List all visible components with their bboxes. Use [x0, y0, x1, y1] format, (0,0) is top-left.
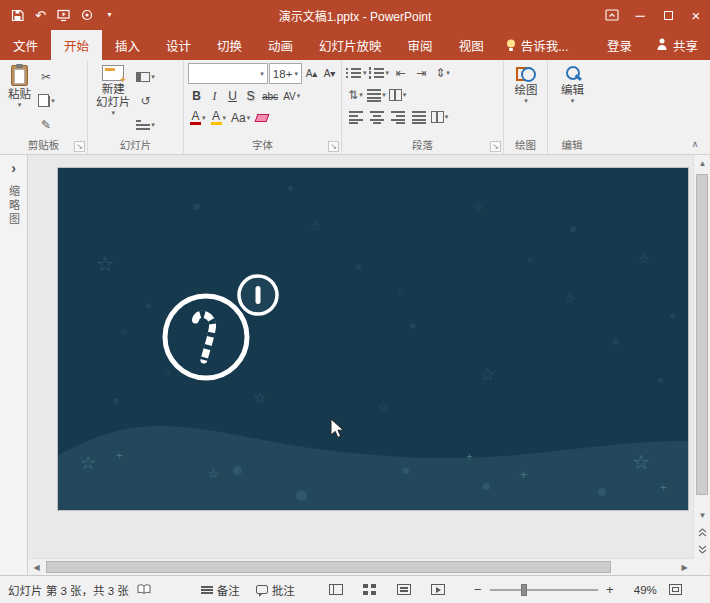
- slide-layout-button[interactable]: ▾: [135, 66, 157, 88]
- align-right-button[interactable]: [388, 107, 407, 127]
- undo-button[interactable]: ↶: [30, 3, 51, 27]
- snow-dot: [113, 398, 119, 404]
- tab-animations[interactable]: 动画: [255, 30, 306, 60]
- snow-dot: [356, 264, 361, 269]
- tab-transitions[interactable]: 切换: [204, 30, 255, 60]
- convert-smartart-button[interactable]: ▾: [430, 107, 449, 127]
- normal-view-button[interactable]: [325, 580, 347, 600]
- columns-button[interactable]: ▾: [388, 85, 407, 105]
- increase-indent-button[interactable]: ⇥: [412, 63, 431, 83]
- underline-button[interactable]: U: [224, 86, 241, 106]
- change-case-button[interactable]: Aa▾: [229, 108, 252, 128]
- magnifier-icon: [564, 65, 582, 82]
- tab-file[interactable]: 文件: [0, 30, 51, 60]
- font-dialog-launcher[interactable]: ↘: [328, 141, 339, 152]
- slide-sorter-view-button[interactable]: [359, 580, 381, 600]
- numbering-button[interactable]: ▾: [369, 63, 390, 83]
- maximize-button[interactable]: [654, 0, 682, 30]
- text-shadow-button[interactable]: S: [242, 86, 259, 106]
- thumbnail-pane-label[interactable]: 缩略图: [6, 185, 22, 227]
- font-name-combo[interactable]: ▾: [188, 63, 268, 84]
- expand-pane-icon[interactable]: ›: [11, 161, 16, 175]
- tab-insert[interactable]: 插入: [102, 30, 153, 60]
- font-row-2: B I U S abc AV▾: [188, 86, 338, 106]
- ribbon-tab-bar: 文件 开始 插入 设计 切换 动画 幻灯片放映 审阅 视图 告诉我... 登录 …: [0, 30, 710, 60]
- paragraph-dialog-launcher[interactable]: ↘: [490, 141, 501, 152]
- paste-button[interactable]: 粘贴 ▾: [4, 63, 35, 138]
- zoom-slider[interactable]: [490, 582, 598, 598]
- slide-counter[interactable]: 幻灯片 第 3 张，共 3 张: [8, 582, 129, 598]
- customize-quick-access-button[interactable]: ▾: [99, 3, 120, 27]
- circle-badge-graphic[interactable]: [239, 276, 277, 314]
- cut-button[interactable]: ✂: [35, 66, 57, 88]
- grow-font-button[interactable]: A▴: [303, 64, 320, 84]
- share-button[interactable]: 共享: [644, 30, 710, 60]
- justify-button[interactable]: [409, 107, 428, 127]
- touch-mode-button[interactable]: [76, 3, 97, 27]
- italic-button[interactable]: I: [206, 86, 223, 106]
- clipboard-dialog-launcher[interactable]: ↘: [74, 141, 85, 152]
- tab-review[interactable]: 审阅: [395, 30, 446, 60]
- bullets-button[interactable]: ▾: [346, 63, 367, 83]
- collapse-ribbon-button[interactable]: ∧: [685, 136, 705, 151]
- start-slideshow-button[interactable]: [53, 3, 74, 27]
- font-color-button[interactable]: A ▾: [188, 108, 208, 128]
- previous-slide-button[interactable]: [694, 524, 710, 541]
- save-button[interactable]: [7, 3, 28, 27]
- bold-button[interactable]: B: [188, 86, 205, 106]
- align-text-button[interactable]: ▾: [367, 85, 386, 105]
- scroll-up-button[interactable]: ▲: [694, 155, 710, 172]
- notes-button[interactable]: 备注: [201, 582, 240, 598]
- font-size-combo[interactable]: 18+ ▾: [269, 63, 302, 84]
- vertical-scroll-thumb[interactable]: [696, 174, 708, 495]
- format-painter-button[interactable]: ✎: [35, 114, 57, 136]
- tab-home[interactable]: 开始: [51, 30, 102, 60]
- tab-slideshow[interactable]: 幻灯片放映: [306, 30, 395, 60]
- horizontal-scroll-thumb[interactable]: [46, 561, 611, 573]
- comments-button[interactable]: 批注: [256, 582, 295, 598]
- close-button[interactable]: ×: [682, 0, 710, 30]
- reset-slide-button[interactable]: ↺: [135, 90, 157, 112]
- sign-in-button[interactable]: 登录: [595, 30, 644, 60]
- slide[interactable]: ☆ ☆ ☆ ☆ ☆ ☆ ☆ ☆ ☆ ☆ ☆ ☆ ☆ ☆ ☆: [58, 168, 688, 510]
- vertical-scrollbar[interactable]: ▲ ▼: [693, 155, 710, 558]
- editing-button[interactable]: 编辑 ▾: [552, 63, 593, 138]
- decrease-indent-button[interactable]: ⇤: [391, 63, 410, 83]
- new-slide-button[interactable]: 新建 幻灯片 ▾: [92, 63, 135, 138]
- next-slide-button[interactable]: [694, 541, 710, 558]
- zoom-out-button[interactable]: −: [471, 582, 485, 597]
- align-center-button[interactable]: [367, 107, 386, 127]
- shrink-font-button[interactable]: A▾: [321, 64, 338, 84]
- arrow-right-icon: ▶: [681, 563, 687, 572]
- zoom-in-button[interactable]: +: [603, 582, 617, 597]
- tell-me-box[interactable]: 告诉我...: [497, 30, 578, 60]
- zoom-slider-thumb[interactable]: [521, 584, 527, 596]
- scroll-down-button[interactable]: ▼: [694, 507, 710, 524]
- line-spacing-button[interactable]: ⇕▾: [433, 63, 452, 83]
- reading-view-button[interactable]: [393, 580, 415, 600]
- text-direction-button[interactable]: ⇅▾: [346, 85, 365, 105]
- horizontal-scrollbar[interactable]: ◀ ▶: [28, 558, 693, 575]
- star-icon: ☆: [473, 202, 483, 213]
- zoom-percentage[interactable]: 49%: [623, 584, 657, 596]
- scroll-left-button[interactable]: ◀: [28, 559, 45, 576]
- text-highlight-button[interactable]: A ▾: [209, 108, 229, 128]
- section-button[interactable]: ▾: [135, 114, 157, 136]
- character-spacing-button[interactable]: AV▾: [281, 86, 302, 106]
- start-slideshow-icon: [57, 9, 70, 22]
- minimize-button[interactable]: ─: [626, 0, 654, 30]
- fit-slide-to-window-button[interactable]: [669, 584, 682, 595]
- ribbon-display-options-button[interactable]: [598, 0, 626, 30]
- tab-design[interactable]: 设计: [153, 30, 204, 60]
- drawing-button[interactable]: 绘图 ▾: [508, 63, 544, 138]
- strikethrough-button[interactable]: abc: [260, 86, 280, 106]
- slideshow-view-button[interactable]: [427, 580, 449, 600]
- candy-cane-graphic[interactable]: [165, 296, 247, 378]
- clear-formatting-button[interactable]: [253, 108, 270, 128]
- tab-view[interactable]: 视图: [446, 30, 497, 60]
- copy-button[interactable]: ▾: [35, 90, 57, 112]
- spell-check-status[interactable]: [137, 584, 151, 595]
- align-left-button[interactable]: [346, 107, 365, 127]
- thumbnail-pane-collapsed[interactable]: › 缩略图: [0, 155, 28, 575]
- scroll-right-button[interactable]: ▶: [676, 559, 693, 576]
